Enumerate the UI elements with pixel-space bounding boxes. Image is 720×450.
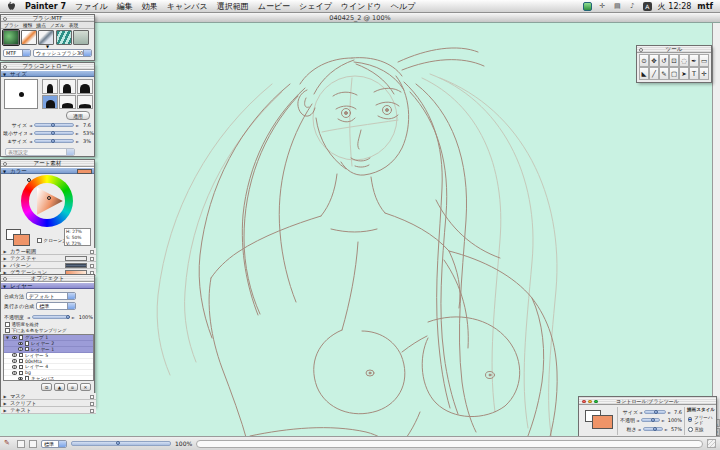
art-section-row[interactable]: カラー範囲: [1, 248, 96, 255]
close-icon[interactable]: [3, 17, 7, 21]
tool-button[interactable]: ⊙: [639, 54, 649, 67]
zoom-slider[interactable]: [71, 441, 171, 446]
layer-row[interactable]: キャンバス: [4, 376, 93, 381]
menu-item[interactable]: ムービー: [258, 1, 290, 12]
close-icon[interactable]: [3, 277, 7, 281]
menubar-user[interactable]: mtf: [697, 2, 713, 11]
slider-knob[interactable]: [51, 123, 55, 127]
view-mode-popup[interactable]: 標準: [41, 440, 67, 448]
horizontal-scrollbar[interactable]: [196, 440, 703, 448]
brush-palette-menu-item[interactable]: ノズル: [50, 22, 65, 28]
vertical-scrollbar[interactable]: [712, 23, 720, 436]
close-icon[interactable]: [3, 162, 7, 166]
dab-profile[interactable]: [42, 79, 58, 94]
tool-button[interactable]: ╱: [649, 67, 659, 80]
tool-button[interactable]: T: [689, 67, 699, 80]
tool-button[interactable]: ▢: [669, 67, 679, 80]
color-section-header[interactable]: カラー: [1, 167, 94, 174]
group-arrow-icon[interactable]: ▼: [6, 335, 10, 340]
apply-button[interactable]: 適用: [66, 111, 90, 120]
brush-palette-menu-item[interactable]: 描点: [36, 22, 46, 28]
draw-mode-icon[interactable]: [4, 439, 13, 448]
tool-button[interactable]: ✛: [699, 67, 709, 80]
volume-icon[interactable]: ♪: [628, 2, 637, 11]
objects-titlebar[interactable]: オブジェクト: [1, 275, 94, 282]
brush-category-icon[interactable]: [3, 30, 19, 45]
slider-knob[interactable]: [66, 315, 70, 319]
tracing-mode-button[interactable]: [29, 440, 37, 448]
preserve-transparency-checkbox[interactable]: [5, 322, 10, 327]
layer-command-button[interactable]: ▲: [54, 383, 65, 391]
brush-palette-menu-item[interactable]: 種類: [23, 22, 33, 28]
app-menu[interactable]: Painter 7: [25, 2, 66, 11]
displays-icon[interactable]: ▤: [613, 2, 622, 11]
object-section-row[interactable]: テキスト: [1, 407, 96, 414]
dab-profile[interactable]: [59, 79, 75, 94]
slider-track[interactable]: [34, 123, 74, 127]
slider-knob[interactable]: [51, 131, 55, 135]
tool-button[interactable]: ⊡: [669, 54, 679, 67]
control-titlebar[interactable]: コントロール:ブラシツール: [579, 397, 716, 405]
radio-icon[interactable]: [688, 427, 693, 432]
drawer-icon[interactable]: [90, 402, 95, 406]
draw-style-option[interactable]: 直線: [688, 427, 716, 432]
tool-button[interactable]: ✒: [689, 54, 699, 67]
eye-icon[interactable]: [18, 347, 23, 351]
layers-section-header[interactable]: レイヤー: [1, 282, 94, 289]
brush-category-icon[interactable]: [56, 30, 72, 45]
tool-button[interactable]: ✥: [649, 54, 659, 67]
menu-item[interactable]: ヘルプ: [391, 1, 416, 12]
slider-track[interactable]: [34, 131, 74, 135]
menu-item[interactable]: キャンバス: [167, 1, 208, 12]
close-icon[interactable]: [639, 48, 643, 52]
tool-button[interactable]: ▭: [699, 54, 709, 67]
menubar-clock[interactable]: 火 12:28: [658, 1, 692, 12]
minimize-window-button[interactable]: [588, 400, 592, 404]
menu-item[interactable]: シェイプ: [299, 1, 332, 12]
brush-category-icon[interactable]: [21, 30, 37, 45]
slider-knob[interactable]: [116, 441, 120, 445]
menu-item[interactable]: 編集: [117, 1, 133, 12]
layer-command-button[interactable]: ⧈: [67, 383, 78, 391]
eye-icon[interactable]: [12, 359, 17, 363]
tool-button[interactable]: ↺: [659, 54, 669, 67]
brush-palette-titlebar[interactable]: ブラシ:MTF: [1, 15, 94, 22]
brush-controls-titlebar[interactable]: ブラシコントロール: [1, 63, 94, 70]
dab-profile-selected[interactable]: [42, 95, 58, 110]
object-section-row[interactable]: スクリプト: [1, 400, 96, 407]
brush-category-icon[interactable]: [38, 30, 54, 45]
layer-command-button[interactable]: ✕: [80, 383, 91, 391]
size-section-header[interactable]: サイズ: [1, 70, 94, 77]
resize-grip[interactable]: [707, 439, 716, 448]
drawer-icon[interactable]: [90, 257, 95, 261]
slider-track[interactable]: [641, 418, 660, 422]
slider-track[interactable]: [643, 427, 663, 431]
slider-track[interactable]: [34, 139, 74, 143]
tool-button[interactable]: ➤: [679, 67, 689, 80]
drawer-icon[interactable]: [90, 395, 95, 399]
sv-marker[interactable]: [47, 196, 51, 200]
eye-icon[interactable]: [12, 365, 17, 369]
art-section-row[interactable]: テクスチャ: [1, 255, 96, 262]
drawer-icon[interactable]: [90, 250, 95, 254]
close-icon[interactable]: [3, 65, 7, 69]
primary-color-swatch[interactable]: [13, 234, 30, 246]
apple-menu-icon[interactable]: [7, 1, 16, 11]
draw-style-option[interactable]: フリーハンド: [688, 415, 716, 425]
tool-button[interactable]: ✎: [659, 67, 669, 80]
dab-profile[interactable]: [77, 95, 93, 110]
tool-button[interactable]: ◣: [639, 67, 649, 80]
brush-category-icon[interactable]: [73, 30, 89, 45]
eye-icon[interactable]: [18, 342, 23, 346]
slider-track[interactable]: [644, 410, 666, 414]
eye-icon[interactable]: [12, 336, 17, 340]
dab-profile[interactable]: [77, 79, 93, 94]
eye-icon[interactable]: [12, 371, 17, 375]
slider-knob[interactable]: [651, 418, 655, 422]
clone-color-checkbox[interactable]: [37, 238, 42, 243]
slider-knob[interactable]: [654, 410, 658, 414]
canvas-sketch[interactable]: [0, 0, 720, 450]
close-window-button[interactable]: [582, 400, 586, 404]
brush-category-popup[interactable]: MTF: [3, 49, 31, 57]
primary-color-swatch[interactable]: [592, 415, 613, 429]
